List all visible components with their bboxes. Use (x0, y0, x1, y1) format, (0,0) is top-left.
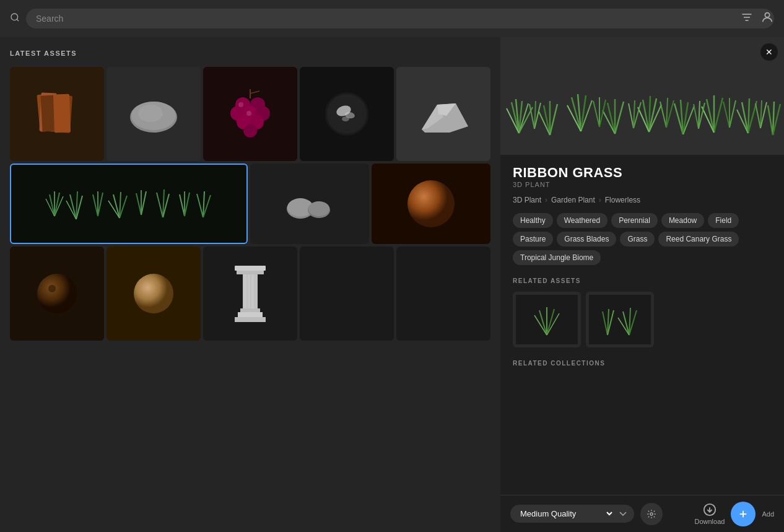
asset-cell-sphere-brown[interactable] (372, 164, 490, 244)
svg-rect-70 (235, 266, 266, 271)
svg-rect-78 (235, 317, 266, 322)
svg-line-140 (539, 310, 547, 335)
svg-point-0 (11, 14, 18, 20)
asset-cell-column[interactable] (203, 246, 297, 341)
svg-line-145 (603, 312, 608, 335)
svg-point-69 (134, 274, 173, 313)
svg-line-1 (17, 19, 19, 21)
svg-line-143 (534, 315, 547, 335)
svg-point-30 (342, 116, 349, 121)
detail-content: RIBBON GRASS 3D PLANT 3D Plant › Garden … (500, 155, 784, 427)
asset-cell-tan-sphere[interactable] (107, 246, 201, 341)
svg-point-23 (243, 124, 257, 137)
related-cell-2[interactable] (586, 292, 654, 347)
tag-weathered[interactable]: Weathered (557, 213, 608, 228)
svg-point-25 (246, 111, 251, 116)
breadcrumb: 3D Plant › Garden Plant › Flowerless (513, 196, 772, 204)
asset-type: 3D PLANT (513, 181, 772, 188)
download-label: Download (695, 518, 725, 525)
filter-icon[interactable] (741, 11, 753, 26)
tag-reed-canary-grass[interactable]: Reed Canary Grass (658, 232, 739, 246)
svg-point-65 (308, 201, 329, 216)
asset-title: RIBBON GRASS (513, 165, 772, 181)
latest-assets-title: LATEST ASSETS (10, 50, 490, 57)
svg-line-52 (141, 191, 146, 215)
asset-cell-empty2[interactable] (396, 246, 490, 341)
breadcrumb-item-0[interactable]: 3D Plant (513, 196, 541, 204)
svg-rect-71 (237, 271, 264, 274)
svg-line-50 (136, 193, 141, 215)
search-input[interactable] (26, 9, 774, 28)
svg-line-43 (93, 194, 98, 216)
related-cell-1[interactable] (513, 292, 581, 347)
asset-cell-books[interactable] (10, 67, 104, 161)
close-button[interactable]: ✕ (760, 43, 778, 61)
tag-grass[interactable]: Grass (620, 232, 655, 246)
breadcrumb-item-2[interactable]: Flowerless (605, 196, 640, 204)
svg-line-142 (547, 309, 554, 335)
related-assets-title: RELATED ASSETS (513, 277, 772, 284)
asset-cell-empty1[interactable] (300, 246, 394, 341)
svg-rect-77 (238, 312, 263, 317)
svg-rect-79 (500, 37, 784, 155)
svg-rect-76 (240, 308, 260, 312)
svg-line-38 (54, 196, 63, 216)
download-button[interactable]: Download (695, 503, 725, 525)
svg-rect-10 (53, 94, 71, 133)
svg-line-39 (70, 194, 76, 219)
bottom-bar: Low Quality Medium Quality High Quality (500, 495, 784, 532)
asset-cell-grass-selected[interactable] (10, 164, 248, 244)
add-label: Add (762, 510, 774, 518)
breadcrumb-item-1[interactable]: Garden Plant (551, 196, 595, 204)
svg-line-148 (623, 312, 629, 335)
left-panel: LATEST ASSETS (0, 37, 500, 532)
add-button[interactable] (731, 502, 756, 526)
svg-point-68 (48, 285, 56, 292)
svg-line-37 (46, 199, 54, 216)
quality-select[interactable]: Low Quality Medium Quality High Quality (518, 508, 614, 519)
asset-grid-row1 (10, 67, 490, 161)
svg-line-36 (54, 193, 59, 216)
svg-point-66 (407, 180, 455, 227)
main-layout: LATEST ASSETS (0, 37, 784, 532)
related-grid (513, 292, 772, 347)
svg-point-13 (138, 105, 163, 122)
tag-meadow[interactable]: Meadow (661, 213, 704, 228)
search-right (741, 11, 774, 27)
tag-grass-blades[interactable]: Grass Blades (557, 232, 616, 246)
tag-pasture[interactable]: Pasture (513, 232, 553, 246)
svg-line-53 (157, 193, 163, 217)
svg-point-152 (650, 513, 653, 515)
tag-tropical-jungle-biome[interactable]: Tropical Jungle Biome (513, 250, 601, 265)
svg-line-45 (98, 193, 103, 216)
tag-healthy[interactable]: Healthy (513, 213, 553, 228)
svg-line-144 (547, 313, 559, 335)
hero-image (500, 37, 784, 155)
right-panel: ✕ RIBBON GRASS 3D PLANT 3D Plant › Garde… (500, 37, 784, 532)
asset-cell-grapes[interactable] (203, 67, 297, 161)
svg-point-24 (238, 102, 243, 107)
quality-selector-wrap[interactable]: Low Quality Medium Quality High Quality (510, 505, 634, 523)
svg-line-34 (50, 194, 54, 216)
asset-cell-coral[interactable] (300, 67, 394, 161)
svg-point-67 (37, 274, 77, 313)
asset-cell-coconut[interactable] (10, 246, 104, 341)
svg-rect-74 (248, 274, 250, 308)
svg-line-58 (185, 193, 189, 216)
asset-cell-rocks-sm[interactable] (250, 164, 369, 244)
asset-cell-stone-light[interactable] (396, 67, 490, 161)
svg-line-42 (66, 201, 76, 219)
tag-field[interactable]: Field (708, 213, 739, 228)
search-bar (0, 0, 784, 37)
tag-perennial[interactable]: Perennial (611, 213, 658, 228)
asset-cell-rock[interactable] (107, 67, 201, 161)
svg-point-5 (765, 13, 769, 17)
svg-line-59 (197, 194, 203, 217)
svg-line-46 (113, 194, 120, 218)
user-icon[interactable] (760, 11, 774, 27)
settings-button[interactable] (640, 503, 663, 525)
svg-line-15 (250, 91, 259, 94)
search-icon (10, 12, 20, 25)
svg-rect-73 (244, 274, 246, 308)
tags-container: Healthy Weathered Perennial Meadow Field… (513, 213, 772, 265)
